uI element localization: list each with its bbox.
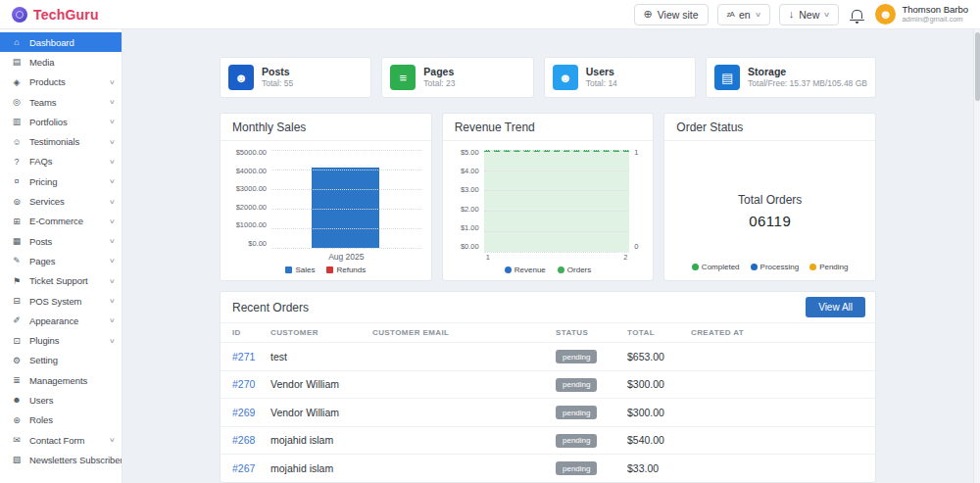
legend-sq-sales	[285, 266, 292, 273]
legend-item-completed: Completed	[692, 263, 740, 271]
user-menu[interactable]: ☻ Thomson Barbo admin@gmail.com	[875, 4, 968, 24]
sidebar-item-label: Services	[29, 196, 110, 207]
sidebar-item-label: Portfolios	[29, 117, 110, 127]
revenue-trend-y-axis-right: 10	[629, 150, 643, 252]
gridline	[271, 169, 421, 170]
sidebar-item-pricing[interactable]: ¤Pricing∨	[0, 171, 122, 191]
created-at-cell	[691, 399, 875, 427]
customer-cell: Vendor William	[270, 399, 372, 427]
user-avatar: ☻	[875, 4, 896, 24]
notifications-bell-icon[interactable]	[852, 10, 862, 19]
users-stat-icon: ☻	[553, 65, 578, 90]
total-orders-value: 06119	[749, 213, 791, 229]
gridline	[271, 209, 421, 210]
new-dropdown[interactable]: ↓ New ∨	[779, 4, 840, 25]
legend-item-processing: Processing	[751, 263, 800, 271]
legend-dot-revenue	[505, 266, 512, 273]
axis-tick-label: $2000.00	[236, 204, 267, 212]
customer-email-cell	[372, 370, 556, 399]
stat-card-posts[interactable]: ☻PostsTotal: 55	[220, 57, 371, 98]
sidebar-item-pos-system[interactable]: ⊟POS System∨	[0, 291, 122, 311]
sidebar-item-roles[interactable]: ⊛Roles	[0, 411, 122, 430]
total-cell: $653.00	[627, 343, 691, 371]
sidebar-item-ticket-support[interactable]: ⚑Ticket Support∨	[0, 271, 122, 291]
legend-item-pending: Pending	[809, 263, 848, 271]
setting-icon: ⚙	[11, 356, 23, 365]
monthly-sales-legend: SalesRefunds	[230, 266, 421, 274]
user-email: admin@gmail.com	[902, 16, 968, 24]
customer-cell: test	[270, 343, 372, 371]
axis-tick-label: $1000.00	[236, 221, 267, 229]
ecommerce-icon: ⊞	[11, 217, 23, 226]
legend-item-orders: Orders	[558, 266, 591, 274]
sidebar-item-label: Testimonials	[29, 136, 110, 147]
sidebar-item-media[interactable]: ▤Media	[0, 52, 122, 72]
sidebar-item-posts[interactable]: ▦Posts∨	[0, 231, 122, 251]
vertical-scrollbar-thumb[interactable]	[975, 32, 980, 101]
order-id-cell: #270	[220, 370, 270, 399]
sidebar-item-label: Dashboard	[29, 37, 115, 48]
customer-email-cell	[372, 426, 556, 455]
stat-title: Users	[586, 66, 617, 79]
gridline	[271, 189, 421, 190]
monthly-sales-x-label: Aug 2025	[230, 252, 421, 262]
axis-tick-label: $3.00	[461, 186, 479, 194]
sidebar-nav: ⌂Dashboard▤Media◈Products∨◎Teams∨▥Portfo…	[0, 32, 122, 470]
sidebar-item-plugins[interactable]: ⊡Plugins∨	[0, 330, 122, 350]
table-row: #270Vendor Williampending$300.00	[220, 370, 875, 399]
order-id-cell: #271	[220, 343, 270, 371]
chevron-down-icon: ∨	[109, 98, 116, 106]
view-all-button[interactable]: View All	[806, 297, 865, 317]
recent-orders-card: Recent Orders View All IDCUSTOMERCUSTOME…	[220, 291, 876, 483]
top-bar: TechGuru ⊕ View site zA en ∨ ↓ New ∨ ☻ T…	[0, 0, 980, 29]
order-id-link[interactable]: #267	[232, 462, 255, 474]
view-site-button[interactable]: ⊕ View site	[634, 4, 709, 25]
language-dropdown[interactable]: zA en ∨	[717, 4, 770, 25]
sidebar-item-appearance[interactable]: ✐Appearance∨	[0, 311, 122, 330]
sidebar-item-services[interactable]: ⊚Services∨	[0, 191, 122, 211]
sidebar-item-contact-form[interactable]: ✉Contact Form∨	[0, 430, 122, 450]
sidebar-item-newsletters-subscribers[interactable]: ▧Newsletters Subscribers	[0, 450, 122, 469]
axis-tick-label: $0.00	[248, 240, 267, 248]
stat-card-storage[interactable]: ▤StorageTotal/Free: 15.37 MB/105.48 GB	[706, 57, 876, 98]
legend-label: Processing	[760, 263, 800, 271]
legend-label: Pending	[819, 263, 848, 271]
order-status-legend: CompletedProcessingPending	[664, 263, 875, 271]
sidebar-item-label: Appearance	[29, 315, 110, 326]
column-header-created-at: CREATED AT	[691, 323, 875, 343]
sidebar-item-pages[interactable]: ✎Pages∨	[0, 251, 122, 270]
sidebar-item-managements[interactable]: ≣Managements	[0, 370, 122, 390]
axis-tick-label: $3000.00	[236, 185, 267, 193]
stat-subtitle: Total: 55	[262, 78, 293, 89]
stat-card-users[interactable]: ☻UsersTotal: 14	[544, 57, 696, 98]
sidebar-item-setting[interactable]: ⚙Setting	[0, 351, 122, 370]
order-id-link[interactable]: #269	[232, 407, 255, 418]
translate-icon: zA	[727, 10, 734, 19]
stat-cards-row: ☻PostsTotal: 55≡PagesTotal: 23☻UsersTota…	[220, 57, 876, 98]
sidebar-item-faqs[interactable]: ?FAQs∨	[0, 152, 122, 171]
sidebar-item-dashboard[interactable]: ⌂Dashboard	[0, 32, 122, 52]
pages-icon: ✎	[11, 256, 23, 266]
order-id-link[interactable]: #271	[232, 351, 255, 362]
order-id-link[interactable]: #270	[232, 378, 255, 390]
sidebar-item-testimonials[interactable]: ☺Testimonials∨	[0, 131, 122, 151]
sidebar-item-label: Managements	[29, 375, 115, 386]
teams-icon: ◎	[11, 97, 23, 107]
sidebar-item-teams[interactable]: ◎Teams∨	[0, 92, 122, 112]
sidebar-item-portfolios[interactable]: ▥Portfolios∨	[0, 112, 122, 131]
ticket-support-icon: ⚑	[11, 276, 23, 286]
sidebar-item-users[interactable]: ☻Users	[0, 390, 122, 410]
brand-logo[interactable]: TechGuru	[12, 7, 99, 23]
roles-icon: ⊛	[11, 415, 23, 425]
orders-table: IDCUSTOMERCUSTOMER EMAILSTATUSTOTALCREAT…	[220, 322, 875, 482]
stat-card-pages[interactable]: ≡PagesTotal: 23	[381, 57, 533, 98]
column-header-total: TOTAL	[627, 323, 691, 343]
sidebar-item-products[interactable]: ◈Products∨	[0, 72, 122, 92]
sidebar-item-e-commerce[interactable]: ⊞E-Commerce∨	[0, 212, 122, 231]
sidebar-item-label: FAQs	[29, 156, 110, 167]
order-id-link[interactable]: #268	[232, 434, 255, 446]
axis-tick-label: $5000.00	[236, 149, 267, 157]
storage-stat-icon: ▤	[714, 65, 740, 90]
total-cell: $33.00	[627, 455, 691, 482]
table-row: #271testpending$653.00	[220, 343, 875, 371]
